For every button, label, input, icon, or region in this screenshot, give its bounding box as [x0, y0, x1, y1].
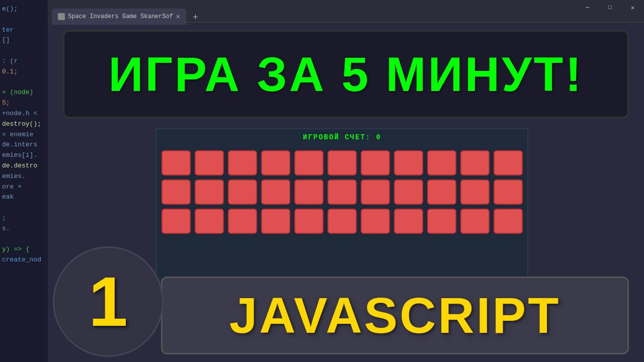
enemy-block: [162, 209, 191, 234]
enemy-block: [294, 150, 324, 175]
enemy-block: [228, 150, 257, 175]
window-controls: — □ ✕: [576, 0, 644, 15]
enemy-block: [228, 209, 257, 234]
enemy-block: [195, 150, 224, 175]
enemy-block: [394, 209, 423, 234]
banner-title: ИГРА ЗА 5 МИНУТ!: [109, 47, 584, 102]
enemy-row-2: [162, 179, 523, 205]
game-area: ИГРОВОЙ СЧЕТ: 0: [156, 128, 528, 279]
enemy-block: [427, 150, 456, 175]
enemy-block: [328, 209, 357, 234]
enemy-block: [162, 179, 191, 205]
enemy-block: [261, 179, 290, 205]
bottom-banner: JAVASCRIPT: [161, 277, 629, 354]
enemy-block: [195, 179, 224, 205]
enemy-block: [494, 179, 523, 205]
enemy-block: [294, 179, 324, 205]
new-tab-button[interactable]: +: [188, 11, 202, 25]
main-content: ИГРА ЗА 5 МИНУТ! ИГРОВОЙ СЧЕТ: 0: [48, 23, 644, 362]
close-button[interactable]: ✕: [621, 0, 644, 15]
enemy-block: [460, 179, 490, 205]
enemy-block: [361, 209, 390, 234]
enemy-row-3: [162, 209, 523, 234]
episode-number: 1: [89, 261, 128, 342]
enemy-block: [294, 209, 324, 234]
enemy-block: [460, 150, 490, 175]
browser-chrome: Space Invaders Game SkanerSof ✕ + — □ ✕: [48, 0, 644, 23]
tab-bar: Space Invaders Game SkanerSof ✕ +: [52, 2, 202, 25]
enemy-block: [394, 150, 423, 175]
enemy-block: [228, 179, 257, 205]
enemy-block: [195, 209, 224, 234]
episode-number-badge: 1: [53, 246, 164, 357]
enemy-block: [427, 179, 456, 205]
enemy-block: [361, 150, 390, 175]
score-display: ИГРОВОЙ СЧЕТ: 0: [303, 129, 381, 145]
enemy-row-1: [162, 150, 523, 175]
enemy-block: [361, 179, 390, 205]
maximize-button[interactable]: □: [599, 0, 621, 15]
enemy-block: [460, 209, 490, 234]
enemy-block: [328, 150, 357, 175]
tab-favicon: [58, 13, 65, 20]
enemy-block: [261, 209, 290, 234]
enemy-block: [427, 209, 456, 234]
enemy-block: [494, 209, 523, 234]
tab-title: Space Invaders Game SkanerSof: [68, 13, 173, 20]
enemy-block: [162, 150, 191, 175]
minimize-button[interactable]: —: [576, 0, 599, 15]
close-tab-button[interactable]: ✕: [176, 12, 180, 21]
enemy-block: [328, 179, 357, 205]
top-banner: ИГРА ЗА 5 МИНУТ!: [63, 30, 629, 118]
javascript-title: JAVASCRIPT: [229, 287, 561, 344]
enemy-block: [494, 150, 523, 175]
enemies-grid: [156, 145, 528, 239]
enemy-block: [261, 150, 290, 175]
browser-tab[interactable]: Space Invaders Game SkanerSof ✕: [52, 9, 186, 25]
enemy-block: [394, 179, 423, 205]
